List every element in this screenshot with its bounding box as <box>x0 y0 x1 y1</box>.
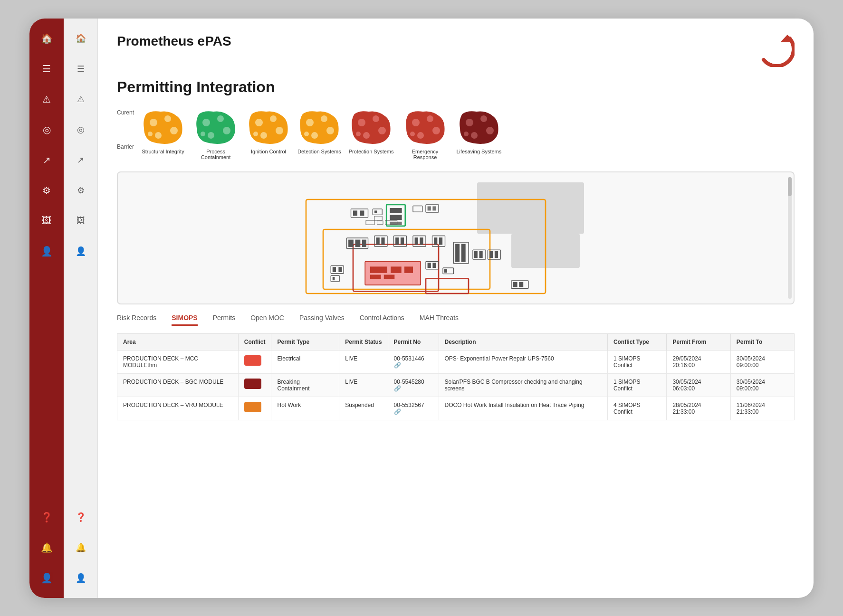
inner-warning-icon[interactable]: ⚠ <box>72 91 89 108</box>
svg-rect-42 <box>390 208 402 213</box>
cell-permit-no[interactable]: 00-5545280 🔗 <box>388 373 439 397</box>
sidebar-bell-icon[interactable]: 🔔 <box>38 539 55 556</box>
inner-help-icon[interactable]: ❓ <box>72 509 89 526</box>
svg-point-2 <box>164 115 171 122</box>
cell-permit-status: Suspended <box>339 397 388 420</box>
tab-permits[interactable]: Permits <box>213 314 235 326</box>
tab-simops[interactable]: SIMOPS <box>172 314 197 326</box>
inner-profile-icon[interactable]: 👤 <box>72 569 89 587</box>
inner-menu-icon[interactable]: ☰ <box>72 60 89 77</box>
cheese-protection[interactable]: Protection Systems <box>349 109 394 154</box>
cheese-structural[interactable]: Structural Integrity <box>142 109 184 154</box>
svg-rect-91 <box>428 263 431 268</box>
svg-rect-63 <box>401 237 404 245</box>
cell-permit-no[interactable]: 00-5531446 🔗 <box>388 350 439 373</box>
svg-point-4 <box>155 132 162 139</box>
svg-rect-71 <box>370 266 387 273</box>
col-permit-status: Permit Status <box>339 333 388 350</box>
cell-permit-to: 30/05/2024 09:00:00 <box>730 350 794 373</box>
svg-rect-92 <box>432 263 436 268</box>
table-row: PRODUCTION DECK – VRU MODULE Hot Work Su… <box>117 397 795 420</box>
svg-rect-101 <box>377 221 383 224</box>
cell-permit-type: Hot Work <box>271 397 339 420</box>
svg-point-23 <box>378 127 386 134</box>
cell-description: OPS- Exponential Power Repair UPS-7560 <box>439 350 607 373</box>
svg-rect-94 <box>444 269 447 272</box>
svg-rect-99 <box>374 216 382 220</box>
inner-check-icon[interactable]: ◎ <box>72 121 89 138</box>
cell-permit-from: 30/05/2024 06:03:00 <box>667 373 730 397</box>
sidebar-image-icon[interactable]: 🖼 <box>38 212 55 229</box>
tab-open-moc[interactable]: Open MOC <box>250 314 284 326</box>
sidebar-person-icon[interactable]: 👤 <box>38 243 55 260</box>
svg-rect-70 <box>365 261 421 285</box>
sidebar-trend-icon[interactable]: ↗ <box>38 152 55 169</box>
svg-rect-69 <box>439 237 442 245</box>
svg-point-14 <box>260 132 267 139</box>
tab-control-actions[interactable]: Control Actions <box>360 314 404 326</box>
inner-trend-icon[interactable]: ↗ <box>72 152 89 169</box>
refresh-button[interactable] <box>757 34 795 67</box>
main-content: Prometheus ePAS Permitting Integration C… <box>98 19 814 598</box>
svg-rect-68 <box>434 237 437 245</box>
tabs-row: Risk Records SIMOPS Permits Open MOC Pas… <box>117 314 795 326</box>
svg-rect-97 <box>513 282 517 287</box>
tab-mah-threats[interactable]: MAH Threats <box>420 314 459 326</box>
cheese-detection[interactable]: Detection Systems <box>297 109 341 154</box>
app-title: Prometheus ePAS <box>117 34 231 49</box>
svg-point-24 <box>363 132 370 139</box>
conflict-badge-red <box>244 355 261 366</box>
sidebar-profile-icon[interactable]: 👤 <box>38 569 55 587</box>
sidebar-gear-icon[interactable]: ⚙ <box>38 182 55 199</box>
svg-rect-65 <box>415 237 418 245</box>
tab-passing-valves[interactable]: Passing Valves <box>299 314 345 326</box>
cheese-lifesaving[interactable]: Lifesaving Systems <box>457 109 502 154</box>
table-row: PRODUCTION DECK – MCC MODULEthm Electric… <box>117 350 795 373</box>
barrier-text-label: Barrier <box>117 143 134 150</box>
svg-rect-98 <box>519 282 523 287</box>
sidebar-home-icon[interactable]: 🏠 <box>38 30 55 47</box>
inner-bell-icon[interactable]: 🔔 <box>72 539 89 556</box>
sidebar-help-icon[interactable]: ❓ <box>38 509 55 526</box>
svg-point-16 <box>306 119 314 126</box>
svg-rect-36 <box>477 182 584 234</box>
col-area: Area <box>117 333 239 350</box>
cell-permit-to: 11/06/2024 21:33:00 <box>730 397 794 420</box>
svg-rect-74 <box>370 275 381 279</box>
cell-conflict-type: 4 SIMOPS Conflict <box>607 397 667 420</box>
sidebar-menu-icon[interactable]: ☰ <box>38 60 55 77</box>
sidebar-left: 🏠 ☰ ⚠ ◎ ↗ ⚙ 🖼 👤 ❓ 🔔 👤 <box>29 19 64 598</box>
cheese-process[interactable]: Process Containment <box>192 109 239 160</box>
sidebar-warning-icon[interactable]: ⚠ <box>38 91 55 108</box>
svg-rect-46 <box>353 210 357 216</box>
cheese-label-protection: Protection Systems <box>349 149 394 154</box>
svg-rect-100 <box>366 220 374 225</box>
sidebar-check-icon[interactable]: ◎ <box>38 121 55 138</box>
col-description: Description <box>439 333 607 350</box>
svg-rect-80 <box>333 276 335 280</box>
inner-person-icon[interactable]: 👤 <box>72 243 89 260</box>
inner-home-icon[interactable]: 🏠 <box>72 30 89 47</box>
svg-point-31 <box>466 119 473 126</box>
cell-permit-no[interactable]: 00-5532567 🔗 <box>388 397 439 420</box>
map-scrollbar[interactable] <box>788 177 792 299</box>
simops-table: Area Conflict Permit Type Permit Status … <box>117 333 795 420</box>
cell-permit-from: 29/05/2024 20:16:00 <box>667 350 730 373</box>
svg-rect-50 <box>413 206 422 212</box>
cheese-ignition[interactable]: Ignition Control <box>247 109 290 154</box>
svg-point-32 <box>480 115 487 122</box>
cell-conflict <box>238 397 271 420</box>
cell-conflict-type: 1 SIMOPS Conflict <box>607 350 667 373</box>
header: Prometheus ePAS <box>117 34 795 67</box>
cheese-emergency[interactable]: Emergency Response <box>402 109 449 160</box>
svg-marker-0 <box>780 35 795 42</box>
cheese-label-lifesaving: Lifesaving Systems <box>457 149 502 154</box>
inner-gear-icon[interactable]: ⚙ <box>72 182 89 199</box>
svg-rect-72 <box>391 266 402 273</box>
svg-point-33 <box>486 127 494 134</box>
tab-risk-records[interactable]: Risk Records <box>117 314 156 326</box>
inner-image-icon[interactable]: 🖼 <box>72 212 89 229</box>
cell-description: Solar/PFS BGC B Compressor checking and … <box>439 373 607 397</box>
svg-point-26 <box>412 119 420 126</box>
map-container[interactable] <box>117 171 795 304</box>
